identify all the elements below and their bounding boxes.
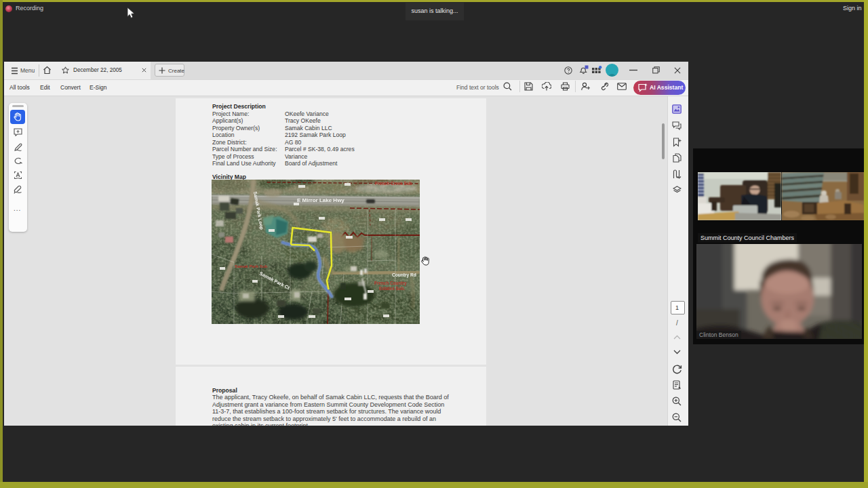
svg-text:French Country: French Country xyxy=(374,281,407,286)
svg-text:Samak Park Sub: Samak Park Sub xyxy=(235,264,268,268)
svg-text:E Mirror Lake Hwy: E Mirror Lake Hwy xyxy=(297,197,344,203)
svg-text:French Creek Sub: French Creek Sub xyxy=(375,181,412,186)
svg-text:Estates Sub.: Estates Sub. xyxy=(379,286,406,291)
svg-text:Country Rd: Country Rd xyxy=(392,272,416,278)
